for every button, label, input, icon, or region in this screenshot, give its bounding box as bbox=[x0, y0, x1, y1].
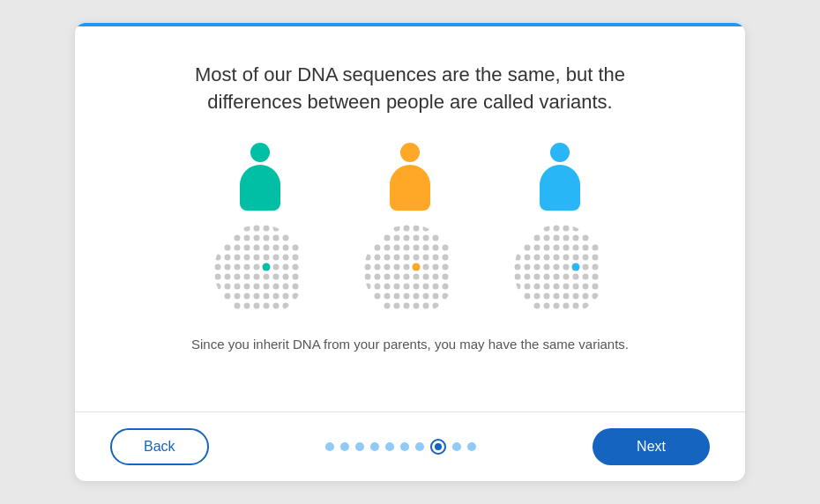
dot-grid-cyan bbox=[511, 222, 608, 319]
next-button[interactable]: Next bbox=[593, 428, 710, 465]
back-button[interactable]: Back bbox=[110, 428, 209, 465]
main-card: Most of our DNA sequences are the same, … bbox=[75, 23, 745, 481]
subtitle: Since you inherit DNA from your parents,… bbox=[191, 337, 629, 352]
card-content: Most of our DNA sequences are the same, … bbox=[75, 26, 745, 411]
card-footer: Back Next bbox=[75, 411, 745, 481]
person-cyan-body bbox=[540, 165, 580, 211]
headline: Most of our DNA sequences are the same, … bbox=[163, 62, 657, 116]
dot-grid-teal bbox=[212, 222, 309, 319]
person-teal-head bbox=[250, 143, 270, 162]
person-orange-icon bbox=[384, 143, 436, 213]
dot-grid-orange bbox=[362, 222, 458, 319]
nav-dot-8 bbox=[452, 442, 461, 451]
nav-dot-4 bbox=[385, 442, 394, 451]
nav-dot-2 bbox=[355, 442, 364, 451]
dots-navigation bbox=[325, 439, 476, 455]
nav-dot-9 bbox=[467, 442, 476, 451]
person-teal-body bbox=[240, 165, 280, 211]
person-cyan-icon bbox=[533, 143, 586, 213]
person-teal-icon bbox=[234, 143, 287, 213]
person-cyan-head bbox=[550, 143, 570, 162]
nav-dot-7 bbox=[430, 439, 446, 455]
nav-dot-6 bbox=[415, 442, 424, 451]
nav-dot-5 bbox=[400, 442, 409, 451]
figure-teal bbox=[212, 143, 309, 319]
nav-dot-3 bbox=[370, 442, 379, 451]
nav-dot-1 bbox=[340, 442, 349, 451]
nav-dot-0 bbox=[325, 442, 334, 451]
person-orange-head bbox=[400, 143, 420, 162]
figure-cyan bbox=[511, 143, 608, 319]
figure-orange bbox=[362, 143, 458, 319]
person-orange-body bbox=[390, 165, 430, 211]
figures-row bbox=[212, 143, 608, 319]
